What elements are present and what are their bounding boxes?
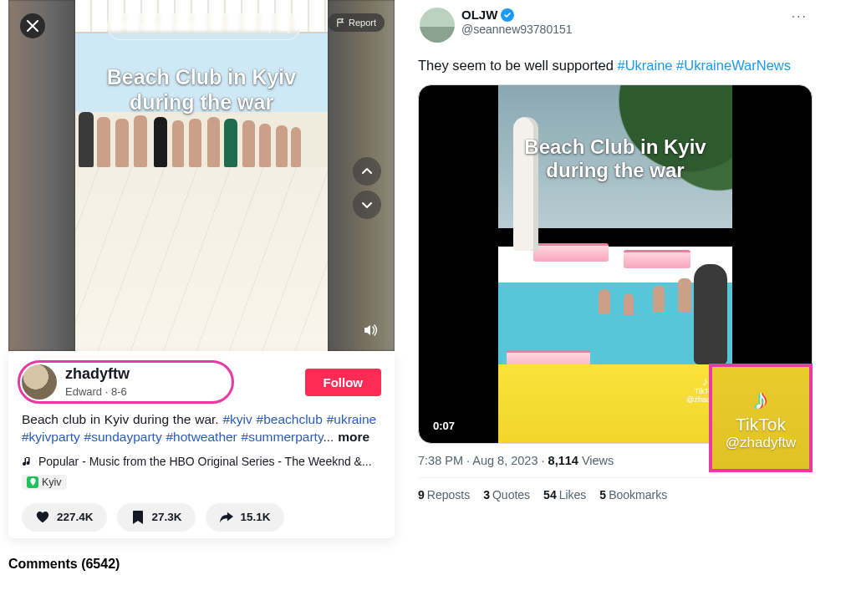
chevron-up-icon [360,165,374,178]
tweet-body: They seem to be well supported #Ukraine … [418,56,813,74]
tweet-views-label: Views [582,454,614,467]
quotes-link[interactable]: 3Quotes [483,488,530,501]
tweet-views-count: 8,114 [548,454,578,467]
tweet-hashtag-link[interactable]: #UkraineWarNews [676,58,791,73]
bookmark-button[interactable]: 27.3K [117,503,196,532]
search-icon[interactable] [277,20,290,33]
music-row[interactable]: Popular - Music from the HBO Original Se… [22,455,381,468]
person-decor [653,286,665,313]
bookmark-count: 27.3K [152,511,182,523]
tweet-video-frame: Beach Club in Kyiv during the war ♪ TikT… [498,85,732,443]
like-button[interactable]: 227.4K [22,503,107,532]
author-separator: · [102,385,111,398]
tiktok-details-card: zhadyftw Edward · 8-6 Follow Beach club … [8,351,395,538]
lounger-decor [624,250,690,268]
video-frame: Beach Club in Kyiv during the war [75,0,328,351]
engagement-row: 227.4K 27.3K 15.1K [22,503,381,532]
video-caption-line2: during the war [498,159,732,182]
person-decor [599,289,610,314]
author-texts[interactable]: zhadyftw Edward · 8-6 [65,365,130,398]
prev-video-button[interactable] [353,157,381,186]
video-caption-line2: during the war [75,90,328,115]
video-blur-left [8,0,75,351]
caption: Beach club in Kyiv during the war. #kyiv… [22,411,381,446]
tweet-display-name-row: OLJW [461,8,782,23]
author-display-name: Edward [65,385,102,398]
chevron-down-icon [360,198,374,211]
tweet-avatar[interactable] [420,8,455,43]
author-row: zhadyftw Edward · 8-6 Follow [22,364,381,400]
person-decor [624,293,634,315]
person-decor [678,278,691,312]
share-count: 15.1K [241,511,271,523]
author-subline: Edward · 8-6 [65,385,130,399]
hashtag-link[interactable]: #kyiv [222,412,252,426]
comments-label: Comments [8,557,78,571]
more-button[interactable]: more [338,430,369,444]
tweet-more-button[interactable]: ··· [788,8,811,26]
hashtag-link[interactable]: #beachclub [257,412,323,426]
location-name: Kyiv [42,476,62,488]
mute-toggle[interactable] [359,319,381,341]
close-button[interactable] [20,13,45,38]
follow-button[interactable]: Follow [305,369,382,396]
tiktok-video[interactable]: Beach Club in Kyiv during the war Find r… [8,0,395,351]
bookmark-icon [130,510,145,525]
bookmarks-link[interactable]: 5Bookmarks [599,488,667,501]
tweet-handle: @seannew93780151 [461,23,782,37]
location-pin-icon [27,476,38,488]
inset-handle: @zhadyftw [726,435,796,451]
comments-header: Comments (6542) [8,557,395,572]
search-divider [269,20,270,33]
share-arrow-icon [219,510,234,525]
tweet-display-name: OLJW [461,8,497,23]
tweet-user-block[interactable]: OLJW @seannew93780151 [461,8,782,37]
deck-decor [75,167,328,351]
tiktok-logo-icon: ♪ [754,384,768,413]
author-highlight: zhadyftw Edward · 8-6 [22,364,230,400]
video-caption-line1: Beach Club in Kyiv [498,135,732,159]
hashtag-link[interactable]: #summerparty [242,430,324,444]
flag-icon [336,18,345,28]
author-username: zhadyftw [65,365,130,384]
hashtag-link[interactable]: #ukraine [327,412,376,426]
close-icon [27,20,38,32]
next-video-button[interactable] [353,191,381,219]
search-placeholder: Find related content [118,21,262,33]
location-chip[interactable]: Kyiv [22,475,67,490]
music-note-icon [22,456,33,467]
video-caption-line1: Beach Club in Kyiv [75,65,328,89]
author-date: 8-6 [111,385,127,398]
video-duration: 0:07 [427,417,461,435]
comments-count: (6542) [81,557,120,571]
tweet-text: They seem to be well supported [418,58,617,73]
inset-brand: TikTok [736,415,786,435]
report-button[interactable]: Report [328,13,385,32]
watermark-zoom-inset: ♪ TikTok @zhadyftw [709,364,813,472]
lounger-decor [533,243,609,262]
like-count: 227.4K [57,511,94,523]
tiktok-panel: Beach Club in Kyiv during the war Find r… [8,0,395,572]
hashtag-link[interactable]: #kyivparty [22,430,80,444]
caption-text: Beach club in Kyiv during the war. [22,412,222,426]
sound-icon [362,322,379,339]
likes-link[interactable]: 54Likes [543,488,586,501]
reposts-link[interactable]: 9Reposts [418,488,470,501]
twitter-panel: OLJW @seannew93780151 ··· They seem to b… [418,3,813,501]
divider [418,477,813,478]
hashtag-link[interactable]: #hotweather [166,430,237,444]
author-avatar[interactable] [22,364,57,400]
person-decor [694,264,727,364]
caption-ellipsis: ... [324,430,334,444]
report-label: Report [349,18,376,28]
heart-icon [35,510,50,525]
share-button[interactable]: 15.1K [206,503,284,532]
hashtag-link[interactable]: #sundayparty [84,430,162,444]
tweet-timestamp[interactable]: 7:38 PM · Aug 8, 2023 [418,454,538,467]
tweet-engagement-row: 9Reposts 3Quotes 54Likes 5Bookmarks [418,488,813,501]
tweet-hashtag-link[interactable]: #Ukraine [617,58,672,73]
verified-badge-icon [501,8,514,22]
tweet-header: OLJW @seannew93780151 ··· [418,3,813,48]
search-bar[interactable]: Find related content [107,13,301,40]
music-title: Popular - Music from the HBO Original Se… [38,455,372,468]
